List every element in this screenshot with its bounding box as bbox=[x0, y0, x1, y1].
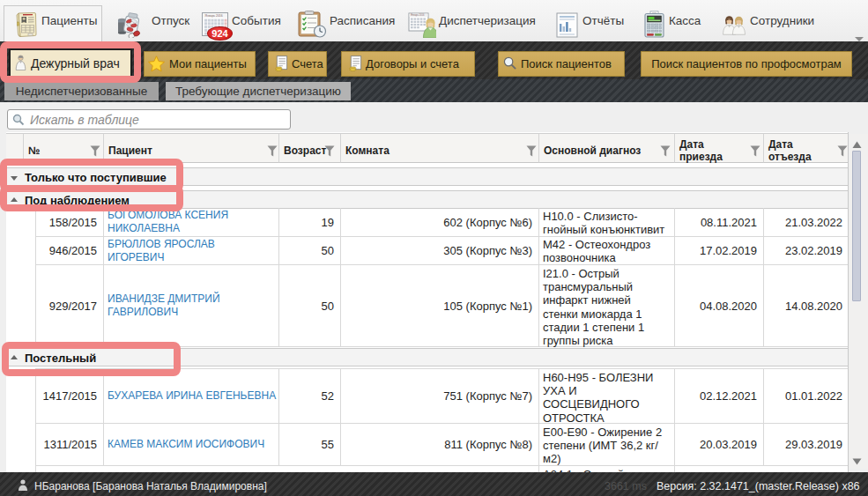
svg-text:Январь 2016: Январь 2016 bbox=[411, 13, 425, 17]
svg-text:Январь 2016: Январь 2016 bbox=[205, 14, 223, 18]
